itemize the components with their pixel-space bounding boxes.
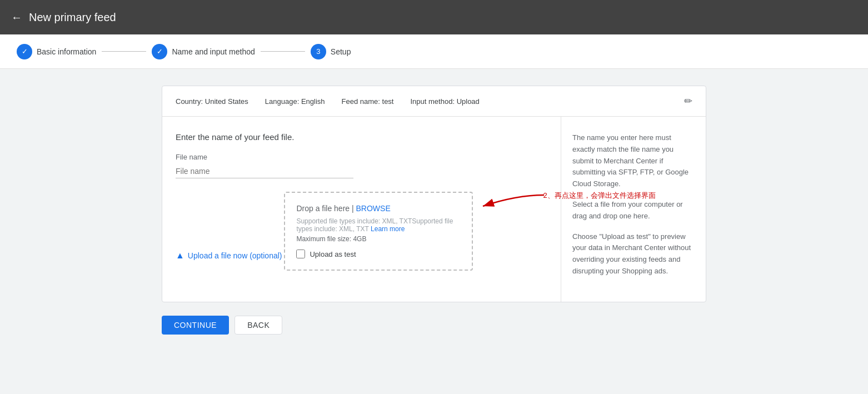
input-method-info: Input method: Upload [411,97,480,106]
file-name-label: File name [176,153,547,161]
setup-main: Enter the name of your feed file. File n… [162,117,561,302]
upload-toggle[interactable]: ▲ Upload a file now (optional) [176,251,282,261]
step1-label: Basic information [37,47,96,56]
supported-text: Supported file types include: XML, TXTSu… [296,217,461,233]
step-setup: 3 Setup [311,44,351,59]
upload-toggle-label: Upload a file now (optional) [188,251,282,260]
upload-as-test-row: Upload as test [296,250,461,258]
file-name-input[interactable] [176,164,353,178]
section-title: Enter the name of your feed file. [176,132,547,142]
step2-circle: ✓ [152,44,167,59]
country-info: Country: United States [176,97,248,106]
arrow2-svg [477,189,550,217]
back-button[interactable]: BACK [235,316,282,335]
drop-zone-text: Drop a file here | BROWSE [296,204,461,213]
back-icon[interactable]: ← [11,11,22,24]
step-basic-info: ✓ Basic information [17,44,96,59]
help-text-1: The name you enter here must exactly mat… [572,132,695,190]
footer-inner: CONTINUE BACK [162,316,706,335]
step2-label: Name and input method [172,47,255,56]
feed-name-info: Feed name: test [342,97,394,106]
step3-circle: 3 [311,44,326,59]
step3-label: Setup [331,47,351,56]
header: ← New primary feed [0,0,868,34]
chevron-up-icon: ▲ [176,251,184,261]
step2-check: ✓ [157,47,163,56]
browse-link[interactable]: BROWSE [356,204,391,213]
language-info: Language: English [265,97,325,106]
help-text-3: Choose "Upload as test" to preview your … [572,231,695,277]
upload-as-test-label: Upload as test [310,250,356,258]
page-title: New primary feed [29,11,116,24]
stepper: ✓ Basic information ✓ Name and input met… [0,34,868,69]
step-divider-1 [102,51,146,52]
step1-check: ✓ [22,47,28,56]
footer: CONTINUE BACK [162,302,706,348]
step-name-input: ✓ Name and input method [152,44,255,59]
edit-icon[interactable]: ✏ [684,95,692,107]
step3-number: 3 [316,47,320,56]
step1-circle: ✓ [17,44,32,59]
max-size-text: Maximum file size: 4GB [296,235,461,243]
help-text-2: Select a file from your computer or drag… [572,199,695,222]
setup-body: Enter the name of your feed file. File n… [162,117,706,302]
learn-more-link[interactable]: Learn more [371,225,405,233]
info-bar: Country: United States Language: English… [162,86,706,117]
step-divider-2 [261,51,305,52]
main-content: Country: United States Language: English… [0,69,868,365]
setup-help: The name you enter here must exactly mat… [561,117,706,302]
content-card: Country: United States Language: English… [162,86,706,302]
drop-zone: Drop a file here | BROWSE Supported file… [284,192,473,271]
continue-button[interactable]: CONTINUE [162,316,229,335]
upload-as-test-checkbox[interactable] [296,250,305,258]
